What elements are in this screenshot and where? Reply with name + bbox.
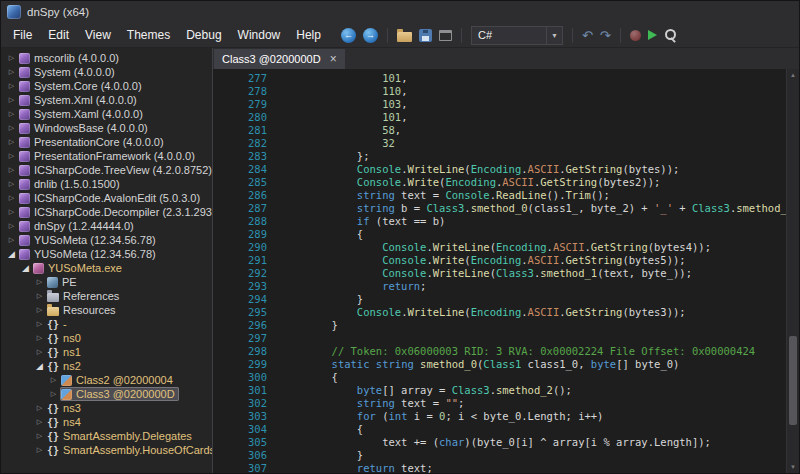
expander-icon[interactable]: ▷ [5, 163, 18, 177]
menu-debug[interactable]: Debug [178, 25, 229, 45]
tree-item-yusometa-12-34-56-78[interactable]: ◢YUSoMeta (12.34.56.78) [1, 247, 212, 261]
code-line-296[interactable]: 296 } [213, 319, 786, 332]
expander-icon[interactable]: ▷ [5, 177, 18, 191]
code-line-299[interactable]: 299 static string smethod_0(Class1 class… [213, 358, 786, 371]
code-line-297[interactable]: 297 [213, 332, 786, 345]
code-line-303[interactable]: 303 for (int i = 0; i < byte_0.Length; i… [213, 410, 786, 423]
code-line-306[interactable]: 306 } [213, 449, 786, 462]
expander-icon[interactable]: ▷ [5, 93, 18, 107]
tree-item-system-core-4-0-0-0[interactable]: ▷System.Core (4.0.0.0) [1, 79, 212, 93]
menu-help[interactable]: Help [288, 25, 329, 45]
tree-item-system-4-0-0-0[interactable]: ▷System (4.0.0.0) [1, 65, 212, 79]
tree-item-system-xaml-4-0-0-0[interactable]: ▷System.Xaml (4.0.0.0) [1, 107, 212, 121]
tree-item-class2-02000004[interactable]: ▷Class2 @02000004 [1, 373, 212, 387]
expander-icon[interactable]: ▷ [5, 219, 18, 233]
tree-item-references[interactable]: ▷References [1, 289, 212, 303]
expander-icon[interactable]: ▷ [33, 429, 46, 443]
expander-icon[interactable]: ◢ [33, 359, 46, 373]
expander-icon[interactable]: ▷ [5, 191, 18, 205]
redo-icon[interactable]: ↷ [600, 29, 611, 42]
code-line-290[interactable]: 290 Console.WriteLine(Encoding.ASCII.Get… [213, 241, 786, 254]
tab-class3[interactable]: Class3 @0200000D × [214, 49, 345, 69]
scrollbar-thumb[interactable] [789, 336, 797, 425]
code-line-283[interactable]: 283 }; [213, 150, 786, 163]
menu-file[interactable]: File [5, 25, 40, 45]
menu-view[interactable]: View [77, 25, 119, 45]
code-line-295[interactable]: 295 Console.WriteLine(Encoding.ASCII.Get… [213, 306, 786, 319]
code-line-301[interactable]: 301 byte[] array = Class3.smethod_2(); [213, 384, 786, 397]
expander-icon[interactable]: ◢ [5, 247, 18, 261]
tree-item-ns1[interactable]: ▷{}ns1 [1, 345, 212, 359]
scroll-down-icon[interactable]: ▼ [787, 461, 799, 473]
tree-item-icsharpcode-avalonedit-5-0-3-0[interactable]: ▷ICSharpCode.AvalonEdit (5.0.3.0) [1, 191, 212, 205]
code-line-284[interactable]: 284 Console.WriteLine(Encoding.ASCII.Get… [213, 163, 786, 176]
expander-icon[interactable]: ▷ [5, 79, 18, 93]
stop-debug-icon[interactable] [630, 30, 641, 41]
undo-icon[interactable]: ↶ [582, 29, 593, 42]
close-tab-icon[interactable]: × [330, 53, 337, 65]
tree-item-presentationcore-4-0-0-0[interactable]: ▷PresentationCore (4.0.0.0) [1, 135, 212, 149]
code-line-279[interactable]: 279 103, [213, 98, 786, 111]
tree-item-presentationframework-4-0-0-0[interactable]: ▷PresentationFramework (4.0.0.0) [1, 149, 212, 163]
expander-icon[interactable]: ▷ [33, 415, 46, 429]
expander-icon[interactable]: ▷ [5, 65, 18, 79]
expander-icon[interactable]: ▷ [5, 149, 18, 163]
expander-icon[interactable]: ▷ [47, 387, 60, 401]
tree-item-smartassembly-delegates[interactable]: ▷{}SmartAssembly.Delegates [1, 429, 212, 443]
tree-item-ns2[interactable]: ◢{}ns2 [1, 359, 212, 373]
tree-item-ns0[interactable]: ▷{}ns0 [1, 331, 212, 345]
expander-icon[interactable]: ▷ [5, 121, 18, 135]
code-line-289[interactable]: 289 { [213, 228, 786, 241]
editor-vertical-scrollbar[interactable]: ▲ ▼ [786, 69, 799, 473]
nav-forward-icon[interactable]: → [363, 28, 378, 43]
expander-icon[interactable]: ▷ [33, 345, 46, 359]
tree-item-dnspy-1-2-44444-0[interactable]: ▷dnSpy (1.2.44444.0) [1, 219, 212, 233]
code-line-293[interactable]: 293 return; [213, 280, 786, 293]
save-all-icon[interactable] [419, 29, 432, 42]
tree-item-icsharpcode-treeview-4-2-0-8752[interactable]: ▷ICSharpCode.TreeView (4.2.0.8752) [1, 163, 212, 177]
code-line-307[interactable]: 307 return text; [213, 462, 786, 473]
code-line-287[interactable]: 287 string b = Class3.smethod_0(class1_,… [213, 202, 786, 215]
code-line-285[interactable]: 285 Console.Write(Encoding.ASCII.GetStri… [213, 176, 786, 189]
menu-window[interactable]: Window [230, 25, 289, 45]
tree-item-class3-0200000d[interactable]: ▷Class3 @0200000D [1, 387, 212, 401]
title-bar[interactable]: dnSpy (x64) [1, 1, 799, 23]
language-select[interactable]: C#▼ [471, 26, 563, 45]
tree-item-mscorlib-4-0-0-0[interactable]: ▷mscorlib (4.0.0.0) [1, 51, 212, 65]
tree-item-resources[interactable]: ▷Resources [1, 303, 212, 317]
expander-icon[interactable]: ◢ [19, 261, 32, 275]
code-line-288[interactable]: 288 if (text == b) [213, 215, 786, 228]
code-line-304[interactable]: 304 { [213, 423, 786, 436]
code-line-300[interactable]: 300 { [213, 371, 786, 384]
tree-item-yusometa-12-34-56-78[interactable]: ▷YUSoMeta (12.34.56.78) [1, 233, 212, 247]
tree-item-windowsbase-4-0-0-0[interactable]: ▷WindowsBase (4.0.0.0) [1, 121, 212, 135]
code-line-282[interactable]: 282 32 [213, 137, 786, 150]
tree-item-yusometa-exe[interactable]: ◢YUSoMeta.exe [1, 261, 212, 275]
full-screen-icon[interactable] [439, 30, 452, 41]
expander-icon[interactable]: ▷ [5, 233, 18, 247]
expander-icon[interactable]: ▷ [33, 331, 46, 345]
tree-item-ns4[interactable]: ▷{}ns4 [1, 415, 212, 429]
code-line-298[interactable]: 298 // Token: 0x06000003 RID: 3 RVA: 0x0… [213, 345, 786, 358]
search-assemblies-icon[interactable] [664, 28, 678, 42]
code-line-302[interactable]: 302 string text = ""; [213, 397, 786, 410]
code-line-280[interactable]: 280 101, [213, 111, 786, 124]
tree-item-smartassembly-houseofcards[interactable]: ▷{}SmartAssembly.HouseOfCards [1, 443, 212, 457]
start-debug-icon[interactable] [648, 30, 657, 40]
code-line-305[interactable]: 305 text += (char)(byte_0[i] ^ array[i %… [213, 436, 786, 449]
expander-icon[interactable]: ▷ [33, 289, 46, 303]
tree-item-pe[interactable]: ▷PE [1, 275, 212, 289]
expander-icon[interactable]: ▷ [33, 317, 46, 331]
expander-icon[interactable]: ▷ [5, 51, 18, 65]
tree-item-empty-namespace[interactable]: ▷{}- [1, 317, 212, 331]
open-file-icon[interactable] [397, 32, 412, 42]
code-line-286[interactable]: 286 string text = Console.ReadLine().Tri… [213, 189, 786, 202]
code-line-291[interactable]: 291 Console.Write(Encoding.ASCII.GetStri… [213, 254, 786, 267]
expander-icon[interactable]: ▷ [33, 275, 46, 289]
expander-icon[interactable]: ▷ [5, 135, 18, 149]
menu-edit[interactable]: Edit [40, 25, 77, 45]
expander-icon[interactable]: ▷ [47, 373, 60, 387]
tree-item-ns3[interactable]: ▷{}ns3 [1, 401, 212, 415]
scroll-up-icon[interactable]: ▲ [787, 69, 799, 81]
nav-back-icon[interactable]: ← [341, 28, 356, 43]
